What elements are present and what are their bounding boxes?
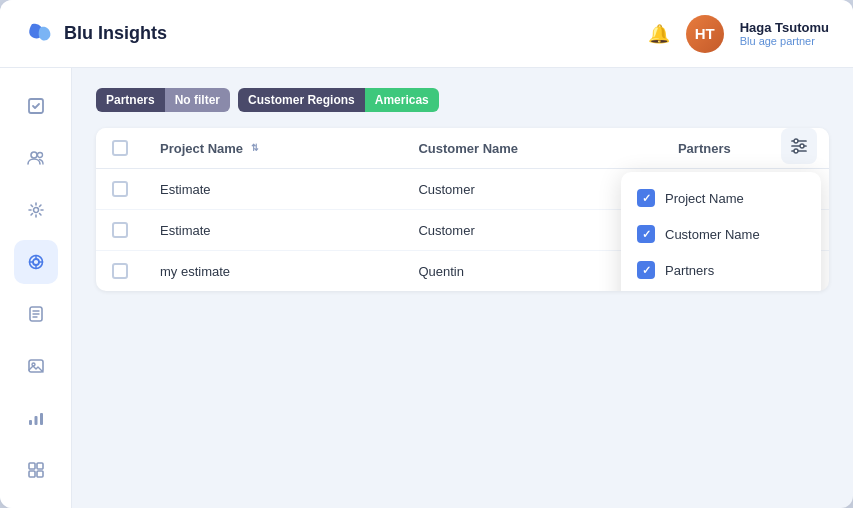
row-checkbox-cell-0 [96,169,144,210]
header-checkbox[interactable] [112,140,128,156]
sidebar-item-tasks[interactable] [14,84,58,128]
header-right: 🔔 HT Haga Tsutomu Blu age partner [648,15,829,53]
user-name: Haga Tsutomu [740,20,829,35]
sidebar-item-grid[interactable] [14,448,58,492]
sidebar-item-users[interactable] [14,136,58,180]
main-layout: Partners No filter Customer Regions Amer… [0,68,853,508]
col-item-project-name[interactable]: Project Name [621,180,821,216]
row-project-1: Estimate [144,210,402,251]
table-header-row: Project Name ⇅ Customer Name Partners [96,128,829,169]
col-checkbox-0[interactable] [637,189,655,207]
sidebar-item-chart[interactable] [14,396,58,440]
logo-area: Blu Insights [24,18,167,50]
header: Blu Insights 🔔 HT Haga Tsutomu Blu age p… [0,0,853,68]
header-partners-label: Partners [678,141,731,156]
table-wrapper: Project Name Customer Name Partners Busi… [96,128,829,291]
svg-point-4 [33,259,39,265]
svg-point-21 [794,149,798,153]
col-checkbox-1[interactable] [637,225,655,243]
bell-icon[interactable]: 🔔 [648,23,670,45]
col-label-1: Customer Name [665,227,760,242]
col-item-business-domain[interactable]: Business Domain [621,288,821,291]
app-window: Blu Insights 🔔 HT Haga Tsutomu Blu age p… [0,0,853,508]
sidebar-item-notes[interactable] [14,292,58,336]
svg-rect-12 [29,463,35,469]
chip-label-partners: Partners [96,88,165,112]
sidebar-item-settings[interactable] [14,188,58,232]
svg-point-19 [794,139,798,143]
row-checkbox-cell-2 [96,251,144,292]
sidebar [0,68,72,508]
svg-point-3 [33,208,38,213]
col-label-0: Project Name [665,191,744,206]
header-customer-name-label: Customer Name [418,141,518,156]
svg-rect-13 [37,463,43,469]
filter-chip-partners[interactable]: Partners No filter [96,88,230,112]
col-item-customer-name[interactable]: Customer Name [621,216,821,252]
header-project-name-label: Project Name [160,141,243,156]
user-role: Blu age partner [740,35,829,47]
row-checkbox-0[interactable] [112,181,128,197]
svg-point-1 [31,152,37,158]
filter-bar: Partners No filter Customer Regions Amer… [96,88,829,112]
column-picker-button[interactable] [781,128,817,164]
sidebar-item-image[interactable] [14,344,58,388]
header-project-name: Project Name ⇅ [144,128,402,169]
chip-label-regions: Customer Regions [238,88,365,112]
content-area: Partners No filter Customer Regions Amer… [72,68,853,508]
filter-chip-regions[interactable]: Customer Regions Americas [238,88,439,112]
dropdown-scroll: Project Name Customer Name Partners Busi… [621,180,821,291]
svg-rect-15 [37,471,43,477]
chip-value-partners: No filter [165,88,230,112]
col-item-partners[interactable]: Partners [621,252,821,288]
app-title: Blu Insights [64,23,167,44]
svg-point-2 [37,153,42,158]
col-checkbox-2[interactable] [637,261,655,279]
avatar-initials: HT [695,25,715,42]
logo-icon [24,18,56,50]
row-checkbox-1[interactable] [112,222,128,238]
sort-icon[interactable]: ⇅ [251,143,259,153]
header-customer-name: Customer Name [402,128,662,169]
row-project-0: Estimate [144,169,402,210]
svg-rect-14 [29,471,35,477]
svg-rect-10 [34,416,37,425]
row-project-2: my estimate [144,251,402,292]
chip-value-regions: Americas [365,88,439,112]
row-checkbox-2[interactable] [112,263,128,279]
svg-point-20 [800,144,804,148]
column-picker-dropdown: Project Name Customer Name Partners Busi… [621,172,821,291]
row-checkbox-cell-1 [96,210,144,251]
avatar: HT [686,15,724,53]
col-label-2: Partners [665,263,714,278]
svg-rect-9 [29,420,32,425]
sidebar-item-filter[interactable] [14,240,58,284]
user-info: Haga Tsutomu Blu age partner [740,20,829,47]
header-checkbox-cell [96,128,144,169]
svg-rect-11 [40,413,43,425]
